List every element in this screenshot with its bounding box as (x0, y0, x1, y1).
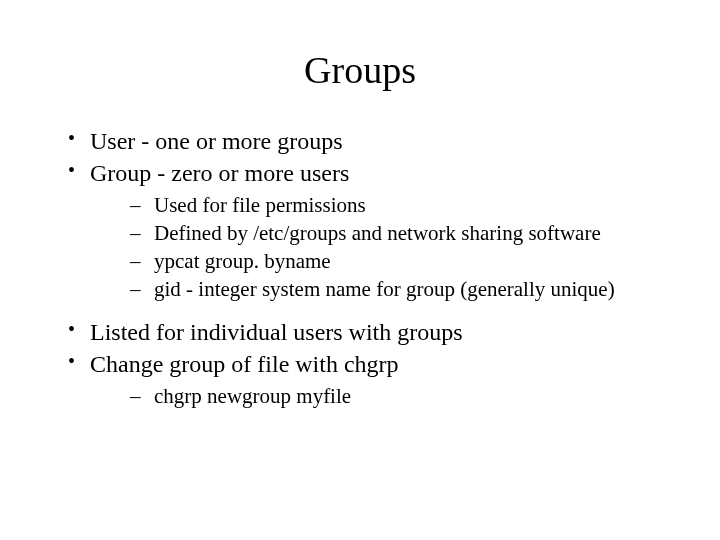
bullet-item: Change group of file with chgrp chgrp ne… (62, 349, 680, 410)
sub-bullet-text: Defined by /etc/groups and network shari… (154, 221, 601, 245)
sub-bullet-item: chgrp newgroup myfile (90, 383, 680, 410)
slide-title: Groups (0, 48, 720, 92)
sub-bullet-list: Used for file permissions Defined by /et… (90, 192, 680, 303)
sub-bullet-list: chgrp newgroup myfile (90, 383, 680, 410)
sub-bullet-text: ypcat group. byname (154, 249, 331, 273)
bullet-text: User - one or more groups (90, 128, 343, 154)
sub-bullet-item: ypcat group. byname (90, 248, 680, 275)
bullet-text: Change group of file with chgrp (90, 351, 399, 377)
sub-bullet-text: gid - integer system name for group (gen… (154, 277, 615, 301)
sub-bullet-text: chgrp newgroup myfile (154, 384, 351, 408)
sub-bullet-item: Used for file permissions (90, 192, 680, 219)
slide-content: User - one or more groups Group - zero o… (62, 126, 680, 409)
slide: Groups User - one or more groups Group -… (0, 48, 720, 540)
bullet-text: Group - zero or more users (90, 160, 349, 186)
bullet-text: Listed for individual users with groups (90, 319, 463, 345)
sub-bullet-text: Used for file permissions (154, 193, 366, 217)
bullet-item: User - one or more groups (62, 126, 680, 156)
bullet-item: Group - zero or more users Used for file… (62, 158, 680, 303)
sub-bullet-item: gid - integer system name for group (gen… (90, 276, 680, 303)
bullet-item: Listed for individual users with groups (62, 317, 680, 347)
bullet-list: User - one or more groups Group - zero o… (62, 126, 680, 409)
sub-bullet-item: Defined by /etc/groups and network shari… (90, 220, 680, 247)
